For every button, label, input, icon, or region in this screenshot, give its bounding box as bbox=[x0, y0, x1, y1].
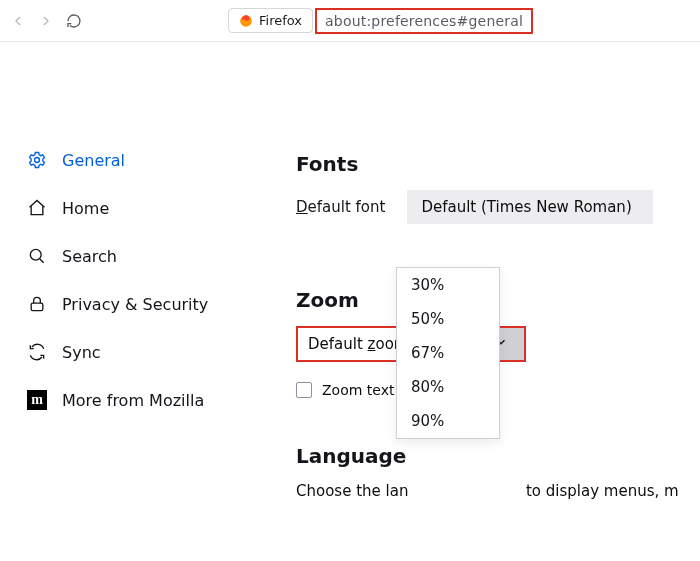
lock-icon bbox=[26, 293, 48, 315]
sidebar-item-more-from-mozilla[interactable]: m More from Mozilla bbox=[22, 380, 260, 420]
sidebar: General Home Search Privacy & Security S bbox=[0, 42, 260, 561]
default-font-select[interactable]: Default (Times New Roman) bbox=[407, 190, 653, 224]
url-text: about:preferences#general bbox=[325, 13, 523, 29]
sync-icon bbox=[26, 341, 48, 363]
sidebar-item-sync[interactable]: Sync bbox=[22, 332, 260, 372]
default-font-row: Default font Default (Times New Roman) bbox=[296, 190, 700, 224]
language-description: Choose the lan to display menus, m bbox=[296, 482, 700, 500]
sidebar-item-label: Privacy & Security bbox=[62, 295, 208, 314]
sidebar-item-search[interactable]: Search bbox=[22, 236, 260, 276]
sidebar-item-label: General bbox=[62, 151, 125, 170]
home-icon bbox=[26, 197, 48, 219]
sidebar-item-label: More from Mozilla bbox=[62, 391, 204, 410]
sidebar-item-privacy[interactable]: Privacy & Security bbox=[22, 284, 260, 324]
default-font-label: Default font bbox=[296, 198, 385, 216]
svg-point-2 bbox=[30, 249, 41, 260]
svg-rect-3 bbox=[31, 303, 43, 311]
mozilla-icon: m bbox=[26, 389, 48, 411]
main-area: General Home Search Privacy & Security S bbox=[0, 42, 700, 561]
zoom-text-only-checkbox[interactable] bbox=[296, 382, 312, 398]
zoom-option[interactable]: 80% bbox=[397, 370, 499, 404]
fonts-section-title: Fonts bbox=[296, 152, 700, 176]
firefox-logo-icon bbox=[239, 14, 253, 28]
search-icon bbox=[26, 245, 48, 267]
back-button[interactable] bbox=[4, 7, 32, 35]
zoom-option[interactable]: 30% bbox=[397, 268, 499, 302]
gear-icon bbox=[26, 149, 48, 171]
sidebar-item-home[interactable]: Home bbox=[22, 188, 260, 228]
reload-button[interactable] bbox=[60, 7, 88, 35]
settings-content: Fonts Default font Default (Times New Ro… bbox=[260, 42, 700, 561]
toolbar: Firefox about:preferences#general bbox=[0, 0, 700, 42]
page-identity-label: Firefox bbox=[259, 13, 302, 28]
url-bar[interactable]: about:preferences#general bbox=[315, 8, 533, 34]
sidebar-item-label: Sync bbox=[62, 343, 101, 362]
language-section-title: Language bbox=[296, 444, 700, 468]
zoom-text-only-label: Zoom text o bbox=[322, 382, 407, 398]
sidebar-item-label: Home bbox=[62, 199, 109, 218]
svg-point-1 bbox=[35, 158, 40, 163]
sidebar-item-label: Search bbox=[62, 247, 117, 266]
default-zoom-dropdown[interactable]: 30% 50% 67% 80% 90% bbox=[396, 267, 500, 439]
zoom-option[interactable]: 50% bbox=[397, 302, 499, 336]
default-font-value: Default (Times New Roman) bbox=[421, 198, 631, 216]
forward-button[interactable] bbox=[32, 7, 60, 35]
zoom-option[interactable]: 90% bbox=[397, 404, 499, 438]
zoom-option[interactable]: 67% bbox=[397, 336, 499, 370]
sidebar-item-general[interactable]: General bbox=[22, 140, 260, 180]
page-identity[interactable]: Firefox bbox=[228, 8, 313, 33]
address-bar-group: Firefox about:preferences#general bbox=[228, 8, 533, 34]
